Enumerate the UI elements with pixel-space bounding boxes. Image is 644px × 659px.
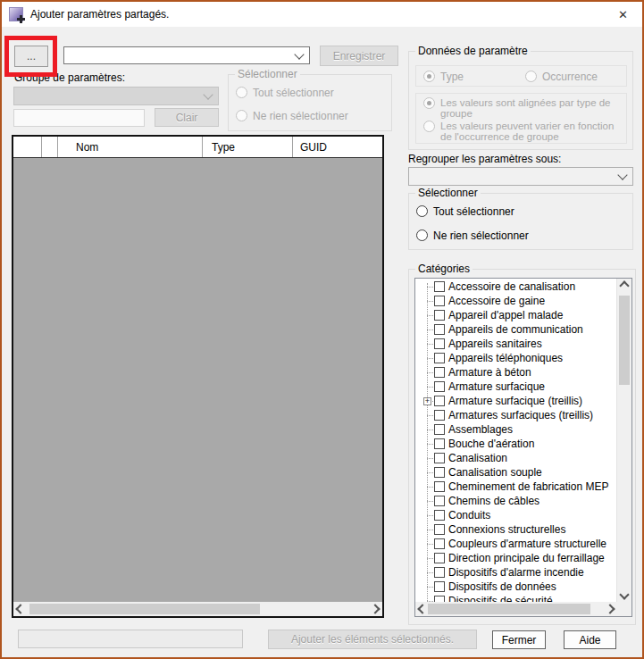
category-label: Assemblages bbox=[448, 423, 513, 436]
category-checkbox[interactable] bbox=[434, 438, 445, 449]
category-checkbox[interactable] bbox=[434, 353, 445, 363]
category-checkbox[interactable] bbox=[434, 453, 445, 463]
select-none-radio-right[interactable]: Ne rien sélectionner bbox=[416, 229, 529, 242]
table-column-header[interactable]: GUID bbox=[293, 137, 382, 157]
category-checkbox[interactable] bbox=[434, 496, 445, 506]
category-checkbox[interactable] bbox=[434, 524, 445, 535]
category-checkbox[interactable] bbox=[434, 367, 445, 378]
category-item[interactable]: Armature surfacique bbox=[415, 380, 617, 394]
tree-connector bbox=[427, 301, 433, 302]
tree-connector bbox=[427, 515, 433, 516]
category-item[interactable]: Assemblages bbox=[415, 422, 617, 437]
categories-hscrollbar-thumb[interactable] bbox=[428, 604, 590, 614]
help-button[interactable]: Aide bbox=[564, 630, 616, 649]
parameters-table: NomTypeGUID bbox=[12, 135, 384, 618]
category-item[interactable]: Appareil d'appel malade bbox=[415, 308, 617, 322]
category-label: Dispositifs de sécurité bbox=[448, 595, 553, 602]
categories-vscrollbar[interactable] bbox=[616, 279, 631, 602]
table-column-header[interactable]: Type bbox=[203, 137, 293, 157]
table-column-header[interactable] bbox=[42, 137, 58, 157]
category-item[interactable]: Coupleurs d'armature structurelle bbox=[415, 537, 617, 551]
table-column-header[interactable]: Nom bbox=[58, 137, 203, 157]
category-item[interactable]: Armature à béton bbox=[415, 365, 617, 380]
category-item[interactable]: Dispositifs de données bbox=[415, 580, 617, 594]
category-checkbox[interactable] bbox=[434, 553, 445, 563]
category-label: Conduits bbox=[448, 509, 490, 521]
category-checkbox[interactable] bbox=[434, 381, 445, 392]
category-item[interactable]: Appareils de communication bbox=[415, 322, 617, 337]
category-checkbox[interactable] bbox=[434, 467, 445, 478]
table-body bbox=[13, 158, 382, 602]
tree-connector bbox=[427, 344, 433, 345]
close-icon[interactable]: ✕ bbox=[611, 6, 635, 23]
file-combobox[interactable] bbox=[63, 46, 310, 64]
category-label: Appareil d'appel malade bbox=[448, 309, 563, 321]
radio-icon bbox=[423, 121, 435, 132]
category-item[interactable]: Accessoire de canalisation bbox=[415, 279, 617, 294]
scroll-down-icon[interactable] bbox=[617, 588, 631, 602]
tree-connector bbox=[427, 415, 433, 416]
categories-hscrollbar[interactable] bbox=[415, 602, 617, 616]
category-checkbox[interactable] bbox=[434, 396, 445, 406]
category-item[interactable]: Chemins de câbles bbox=[415, 494, 617, 508]
category-item[interactable]: +Armature surfacique (treillis) bbox=[415, 394, 617, 408]
category-checkbox[interactable] bbox=[434, 581, 445, 592]
category-checkbox[interactable] bbox=[434, 410, 445, 421]
scroll-left-icon[interactable] bbox=[13, 602, 28, 616]
category-item[interactable]: Dispositifs d'alarme incendie bbox=[415, 565, 617, 580]
category-item[interactable]: Conduits bbox=[415, 508, 617, 522]
table-column-header[interactable] bbox=[13, 137, 42, 157]
category-item[interactable]: Dispositifs de sécurité bbox=[415, 594, 617, 602]
table-header-row: NomTypeGUID bbox=[13, 137, 382, 158]
category-item[interactable]: Accessoire de gaine bbox=[415, 294, 617, 308]
group-under-combobox[interactable] bbox=[408, 167, 633, 186]
categories-vscrollbar-thumb[interactable] bbox=[619, 296, 630, 385]
category-checkbox[interactable] bbox=[434, 310, 445, 321]
category-checkbox[interactable] bbox=[434, 538, 445, 549]
browse-button[interactable]: ... bbox=[14, 46, 48, 67]
tree-connector bbox=[427, 530, 433, 530]
close-button[interactable]: Fermer bbox=[492, 630, 546, 649]
category-checkbox[interactable] bbox=[434, 324, 445, 335]
radio-label: Tout sélectionner bbox=[433, 205, 514, 218]
category-checkbox[interactable] bbox=[434, 481, 445, 492]
category-item[interactable]: Connexions structurelles bbox=[415, 522, 617, 537]
scroll-up-icon[interactable] bbox=[617, 279, 631, 293]
category-checkbox[interactable] bbox=[434, 567, 445, 578]
type-radio: Type bbox=[423, 71, 464, 83]
category-checkbox[interactable] bbox=[434, 338, 445, 349]
scroll-right-icon[interactable] bbox=[603, 602, 617, 616]
radio-label: Les valeurs sont alignées par type de gr… bbox=[440, 97, 617, 119]
select-all-radio-right[interactable]: Tout sélectionner bbox=[416, 205, 514, 218]
category-checkbox[interactable] bbox=[434, 596, 445, 602]
select-none-radio-left: Ne rien sélectionner bbox=[236, 110, 348, 122]
tree-connector bbox=[427, 487, 433, 488]
category-item[interactable]: Appareils sanitaires bbox=[415, 337, 617, 351]
category-item[interactable]: Canalisation bbox=[415, 451, 617, 465]
category-item[interactable]: Direction principale du ferraillage bbox=[415, 551, 617, 565]
expand-plus-icon[interactable]: + bbox=[423, 397, 431, 405]
category-checkbox[interactable] bbox=[434, 424, 445, 435]
category-item[interactable]: Canalisation souple bbox=[415, 465, 617, 480]
category-item[interactable]: Bouche d'aération bbox=[415, 437, 617, 451]
tree-connector bbox=[427, 444, 433, 445]
type-occurrence-box: Type Occurrence bbox=[415, 65, 627, 87]
radio-icon bbox=[423, 97, 435, 109]
category-label: Armatures surfaciques (treillis) bbox=[448, 409, 593, 421]
scroll-right-icon[interactable] bbox=[368, 602, 382, 616]
category-item[interactable]: Appareils téléphoniques bbox=[415, 351, 617, 365]
category-label: Canalisation bbox=[448, 452, 507, 464]
chevron-down-icon bbox=[617, 170, 627, 179]
parameter-search-field bbox=[13, 109, 145, 127]
category-checkbox[interactable] bbox=[434, 510, 445, 521]
radio-icon[interactable] bbox=[416, 229, 428, 241]
category-checkbox[interactable] bbox=[434, 296, 445, 306]
category-checkbox[interactable] bbox=[434, 281, 445, 292]
category-item[interactable]: Cheminement de fabrication MEP bbox=[415, 480, 617, 494]
table-hscrollbar[interactable] bbox=[13, 602, 382, 616]
radio-icon[interactable] bbox=[416, 205, 428, 217]
group-under-label: Regrouper les paramètres sous: bbox=[408, 153, 561, 165]
category-list-rows: Accessoire de canalisationAccessoire de … bbox=[415, 279, 617, 602]
category-item[interactable]: Armatures surfaciques (treillis) bbox=[415, 408, 617, 422]
table-hscrollbar-thumb[interactable] bbox=[29, 604, 260, 614]
